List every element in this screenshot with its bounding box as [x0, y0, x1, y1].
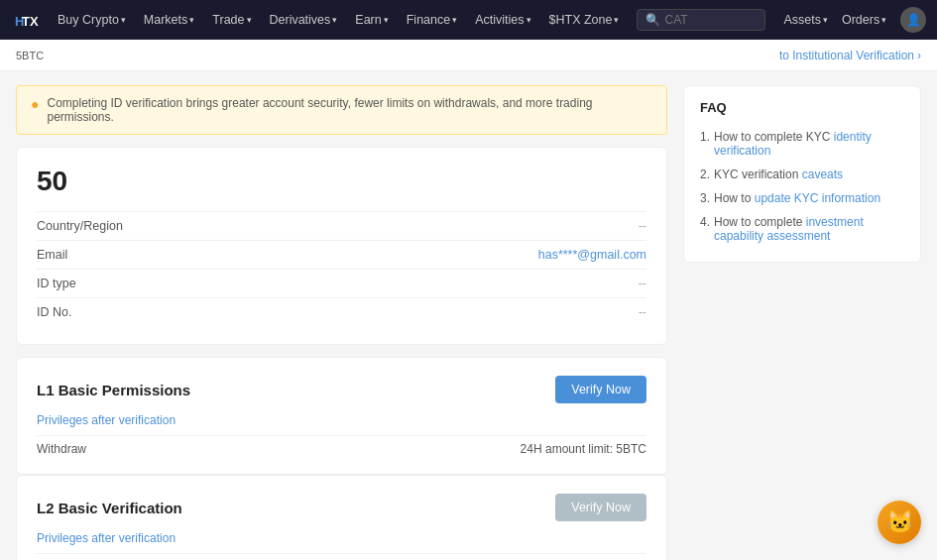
withdraw-label-l1: Withdraw	[37, 442, 86, 456]
faq-prefix: How to complete KYC	[714, 130, 834, 144]
id-no-value: --	[639, 305, 646, 319]
faq-prefix: How to	[714, 191, 755, 205]
verify-title-l2: L2 Basic Verification	[37, 500, 182, 516]
verify-card-l2: L2 Basic VerificationVerify NowPrivilege…	[16, 475, 667, 560]
verify-card-header-l1: L1 Basic PermissionsVerify Now	[37, 376, 646, 403]
email-value: has****@gmail.com	[538, 248, 646, 262]
institutional-chevron-icon: ›	[917, 49, 921, 62]
earn-chevron-icon: ▾	[384, 15, 389, 25]
nav-buy-crypto[interactable]: Buy Crypto ▾	[58, 13, 126, 27]
privileges-row-l1: Withdraw24H amount limit: 5BTC	[37, 435, 646, 456]
verify-card-l1: L1 Basic PermissionsVerify NowPrivileges…	[16, 357, 667, 475]
faq-num: 1.	[700, 130, 710, 158]
institutional-link[interactable]: to Institutional Verification ›	[779, 49, 921, 62]
alert-banner: ● Completing ID verification brings grea…	[16, 85, 667, 135]
faq-item: 3.How to update KYC information	[700, 186, 904, 210]
faq-items: 1.How to complete KYC identity verificat…	[700, 125, 904, 248]
faq-content: How to update KYC information	[714, 191, 880, 205]
nav-orders[interactable]: Orders ▾	[842, 13, 886, 27]
email-row: Email has****@gmail.com	[37, 240, 646, 269]
verify-button-l2[interactable]: Verify Now	[555, 494, 646, 521]
faq-card: FAQ 1.How to complete KYC identity verif…	[683, 85, 921, 263]
faq-item: 1.How to complete KYC identity verificat…	[700, 125, 904, 163]
country-label: Country/Region	[37, 219, 123, 233]
search-box[interactable]: 🔍	[637, 9, 765, 31]
faq-num: 3.	[700, 191, 710, 205]
faq-content: How to complete KYC identity verificatio…	[714, 130, 904, 158]
verify-card-header-l2: L2 Basic VerificationVerify Now	[37, 494, 646, 521]
privileges-label-l1: Privileges after verification	[37, 413, 646, 427]
nav-right: Assets ▾ Orders ▾ 👤 📋 📱 ⚙	[783, 7, 937, 33]
subnav: 5BTC to Institutional Verification ›	[0, 40, 937, 71]
left-column: ● Completing ID verification brings grea…	[16, 85, 667, 560]
activities-chevron-icon: ▾	[527, 15, 531, 25]
markets-chevron-icon: ▾	[189, 15, 194, 25]
faq-prefix: KYC verification	[714, 168, 802, 181]
privileges-label-l2: Privileges after verification	[37, 531, 646, 545]
faq-content: KYC verification caveats	[714, 168, 843, 181]
nav-earn[interactable]: Earn ▾	[355, 13, 388, 27]
trade-chevron-icon: ▾	[247, 15, 252, 25]
assets-chevron-icon: ▾	[823, 15, 828, 25]
id-type-value: --	[639, 277, 646, 290]
nav-finance[interactable]: Finance ▾	[407, 13, 457, 27]
nav-htx-zone[interactable]: $HTX Zone ▾	[549, 13, 620, 27]
svg-text:TX: TX	[22, 14, 39, 29]
faq-item: 2.KYC verification caveats	[700, 163, 904, 186]
derivatives-chevron-icon: ▾	[332, 15, 337, 25]
privileges-row-l2: Withdraw24H amount limit: 200BTC	[37, 553, 646, 560]
search-input[interactable]	[664, 13, 744, 27]
faq-content: How to complete investment capability as…	[714, 215, 904, 243]
limit-l1: 24H amount limit: 5BTC	[521, 442, 646, 456]
btc-label: 5BTC	[16, 50, 44, 61]
finance-chevron-icon: ▾	[452, 15, 457, 25]
nav-assets[interactable]: Assets ▾	[783, 13, 828, 27]
nav-trade[interactable]: Trade ▾	[212, 13, 251, 27]
country-row: Country/Region --	[37, 211, 646, 240]
verify-cards-container: L1 Basic PermissionsVerify NowPrivileges…	[16, 357, 667, 560]
id-type-label: ID type	[37, 277, 76, 290]
alert-message: Completing ID verification brings greate…	[47, 96, 652, 124]
faq-num: 2.	[700, 168, 710, 181]
navbar: H TX Buy Crypto ▾ Markets ▾ Trade ▾ Deri…	[0, 0, 937, 40]
support-avatar[interactable]: 🐱	[878, 501, 921, 544]
verify-title-l1: L1 Basic Permissions	[37, 382, 190, 398]
orders-chevron-icon: ▾	[881, 15, 886, 25]
htx-zone-chevron-icon: ▾	[614, 15, 619, 25]
nav-activities[interactable]: Activities ▾	[475, 13, 530, 27]
id-type-row: ID type --	[37, 269, 646, 297]
search-icon: 🔍	[645, 13, 660, 27]
right-column: FAQ 1.How to complete KYC identity verif…	[683, 85, 921, 560]
buy-crypto-chevron-icon: ▾	[121, 15, 126, 25]
email-label: Email	[37, 248, 67, 262]
avatar[interactable]: 👤	[900, 7, 926, 33]
profile-card: 50 Country/Region -- Email has****@gmail…	[16, 147, 667, 345]
profile-level: 50	[37, 166, 646, 197]
nav-derivatives[interactable]: Derivatives ▾	[270, 13, 338, 27]
country-value: --	[639, 219, 646, 233]
id-no-label: ID No.	[37, 305, 71, 319]
logo[interactable]: H TX	[12, 6, 40, 34]
faq-title: FAQ	[700, 100, 904, 115]
main-content: ● Completing ID verification brings grea…	[0, 71, 937, 560]
faq-num: 4.	[700, 215, 710, 243]
faq-link[interactable]: update KYC information	[755, 191, 880, 205]
nav-markets[interactable]: Markets ▾	[144, 13, 194, 27]
faq-link[interactable]: caveats	[802, 168, 843, 181]
faq-item: 4.How to complete investment capability …	[700, 210, 904, 248]
verify-button-l1[interactable]: Verify Now	[555, 376, 646, 403]
faq-prefix: How to complete	[714, 215, 806, 229]
alert-icon: ●	[31, 96, 39, 112]
id-no-row: ID No. --	[37, 297, 646, 326]
